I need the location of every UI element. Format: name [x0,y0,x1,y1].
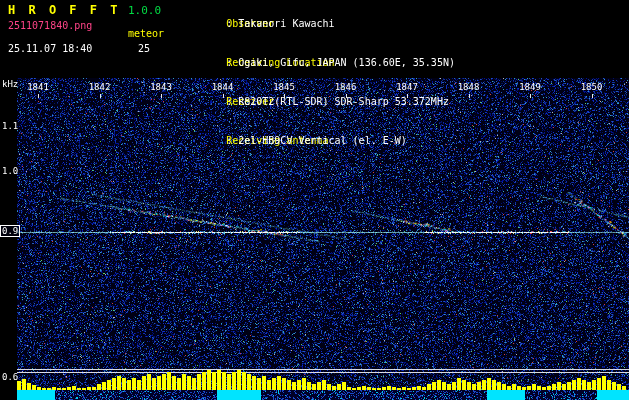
y-axis-tick-0.9: 0.9 [0,225,20,237]
x-axis-tick-1843: 1843 [150,82,172,92]
x-axis-tick-1844: 1844 [212,82,234,92]
y-axis-tick-1.1: 1.1 [2,121,18,131]
info-row-antenna: Receiving antenna: 2el-HB9CV Vertical (e… [178,121,226,160]
x-axis-tick-1847: 1847 [396,82,418,92]
y-axis-tick-1.0: 1.0 [2,166,18,176]
info-value: : R820T2(RTL-SDR) SDR-Sharp 53.372MHz [226,95,449,108]
output-file-name: 2511071840.png [8,20,92,31]
x-axis-tick-1848: 1848 [458,82,480,92]
timestamp: 25.11.07 18:40 [8,43,92,54]
x-axis-tick-1849: 1849 [519,82,541,92]
mode-label: meteor [128,28,164,39]
app-title: H R O F F T [8,3,120,17]
info-row-observer: Observer: Takanori Kawachi [178,4,226,43]
app-version: 1.0.0 [128,4,161,17]
x-axis-tick-1845: 1845 [273,82,295,92]
echo-count: 25 [138,43,150,54]
info-value: : 2el-HB9CV Vertical (el. E-W) [226,134,407,147]
info-value: : Ogaki, Gifu, JAPAN (136.60E, 35.35N) [226,56,455,69]
info-row-location: Receiving Location: Ogaki, Gifu, JAPAN (… [178,43,226,82]
x-axis-tick-1846: 1846 [335,82,357,92]
y-axis-unit-label: kHz [2,79,18,89]
x-axis-tick-1841: 1841 [27,82,49,92]
x-axis-tick-1842: 1842 [89,82,111,92]
hrofft-window: H R O F F T 1.0.0 2511071840.png meteor … [0,0,629,400]
y-axis-tick-0.6: 0.6 [2,372,18,382]
x-axis-tick-1850: 1850 [581,82,603,92]
info-value: : Takanori Kawachi [226,17,334,30]
